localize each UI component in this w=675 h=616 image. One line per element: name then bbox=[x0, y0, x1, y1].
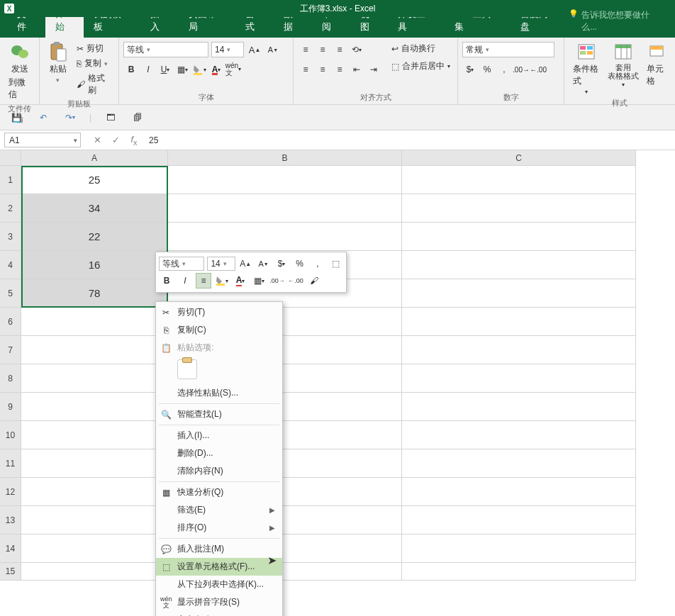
increase-indent-button[interactable]: ⇥ bbox=[366, 62, 381, 77]
paste-button[interactable]: 粘贴 ▾ bbox=[44, 40, 72, 85]
font-size-combo[interactable]: 14▾ bbox=[211, 42, 244, 57]
select-all-corner[interactable] bbox=[0, 150, 21, 166]
number-format-combo[interactable]: 常规▾ bbox=[462, 42, 554, 57]
cell-b1[interactable] bbox=[168, 166, 402, 194]
row-header-13[interactable]: 13 bbox=[0, 506, 21, 534]
row-header-5[interactable]: 5 bbox=[0, 279, 21, 308]
cell-a10[interactable] bbox=[21, 421, 168, 449]
cell-a6[interactable] bbox=[21, 308, 168, 336]
cell-a13[interactable] bbox=[21, 506, 168, 534]
cell-c9[interactable] bbox=[402, 393, 636, 421]
cm-sort[interactable]: 排序(O)▶ bbox=[156, 519, 282, 537]
cm-format-cells[interactable]: ⬚设置单元格格式(F)... bbox=[156, 558, 282, 576]
cm-dropdown-pick[interactable]: 从下拉列表中选择(K)... bbox=[156, 576, 282, 581]
qat-btn1[interactable]: 🗔 bbox=[103, 110, 118, 125]
cell-c7[interactable] bbox=[402, 336, 636, 364]
cell-a9[interactable] bbox=[21, 393, 168, 421]
cm-delete[interactable]: 删除(D)... bbox=[156, 444, 282, 462]
qat-btn2[interactable]: 🗐 bbox=[130, 110, 145, 125]
mini-italic[interactable]: I bbox=[177, 273, 193, 289]
align-right-button[interactable]: ≡ bbox=[332, 62, 347, 77]
mini-format-painter[interactable]: 🖌 bbox=[306, 273, 322, 289]
align-left-button[interactable]: ≡ bbox=[298, 62, 313, 77]
row-header-15[interactable]: 15 bbox=[0, 563, 21, 581]
mini-border[interactable]: ▦▾ bbox=[251, 273, 267, 289]
cm-smart-lookup[interactable]: 🔍智能查找(L) bbox=[156, 405, 282, 423]
mini-format-cells-icon[interactable]: ⬚ bbox=[328, 256, 343, 271]
cell-a1[interactable]: 25 bbox=[21, 166, 168, 194]
cell-c15[interactable] bbox=[402, 563, 636, 581]
row-header-11[interactable]: 11 bbox=[0, 449, 21, 478]
decrease-indent-button[interactable]: ⇤ bbox=[349, 62, 364, 77]
cut-button[interactable]: ✂ 剪切 bbox=[75, 42, 114, 55]
cell-c5[interactable] bbox=[402, 279, 636, 308]
cell-c1[interactable] bbox=[402, 166, 636, 194]
align-middle-button[interactable]: ≡ bbox=[315, 42, 330, 57]
mini-size-combo[interactable]: 14▾ bbox=[207, 257, 235, 271]
cell-b3[interactable] bbox=[168, 223, 402, 251]
row-header-2[interactable]: 2 bbox=[0, 194, 21, 223]
fx-button[interactable]: fx bbox=[125, 134, 143, 147]
underline-button[interactable]: U▾ bbox=[157, 62, 173, 77]
cell-c8[interactable] bbox=[402, 364, 636, 393]
font-color-button[interactable]: A▾ bbox=[208, 62, 224, 77]
row-header-6[interactable]: 6 bbox=[0, 308, 21, 336]
cell-a8[interactable] bbox=[21, 364, 168, 393]
formula-input[interactable]: 25 bbox=[143, 135, 675, 145]
align-bottom-button[interactable]: ≡ bbox=[332, 42, 347, 57]
row-header-1[interactable]: 1 bbox=[0, 166, 21, 194]
decrease-font-button[interactable]: A▼ bbox=[265, 42, 281, 57]
col-header-c[interactable]: C bbox=[402, 150, 636, 166]
send-to-wechat-button[interactable]: 发送 到微信 bbox=[4, 40, 35, 102]
mini-fill-color[interactable]: ▾ bbox=[214, 273, 230, 289]
cell-a11[interactable] bbox=[21, 449, 168, 478]
comma-button[interactable]: , bbox=[496, 62, 512, 77]
cell-c11[interactable] bbox=[402, 449, 636, 478]
save-button[interactable]: 💾 bbox=[9, 110, 24, 125]
cell-a5[interactable]: 78 bbox=[21, 279, 168, 308]
cm-clear[interactable]: 清除内容(N) bbox=[156, 462, 282, 480]
mini-font-color[interactable]: A▾ bbox=[233, 273, 248, 289]
cell-a3[interactable]: 22 bbox=[21, 223, 168, 251]
cell-c12[interactable] bbox=[402, 478, 636, 506]
cell-a7[interactable] bbox=[21, 336, 168, 364]
tell-me-box[interactable]: 告诉我您想要做什么... bbox=[567, 5, 675, 38]
cell-c2[interactable] bbox=[402, 194, 636, 223]
conditional-formatting-button[interactable]: 条件格式▾ bbox=[569, 40, 604, 96]
font-name-combo[interactable]: 等线▾ bbox=[123, 42, 208, 57]
format-as-table-button[interactable]: 套用 表格格式▾ bbox=[607, 40, 640, 89]
mini-font-combo[interactable]: 等线▾ bbox=[159, 257, 204, 271]
cm-quick-analysis[interactable]: ▦快速分析(Q) bbox=[156, 483, 282, 501]
worksheet-grid[interactable]: A B C 1 25 2 34 3 22 4 16 5 78 6 7 8 9 1… bbox=[0, 150, 675, 581]
mini-decrease-decimal[interactable]: ←.00 bbox=[288, 273, 303, 289]
row-header-8[interactable]: 8 bbox=[0, 364, 21, 393]
copy-button[interactable]: ⎘ 复制 ▾ bbox=[75, 57, 114, 70]
bold-button[interactable]: B bbox=[123, 62, 139, 77]
currency-button[interactable]: $▾ bbox=[462, 62, 478, 77]
border-button[interactable]: ▦▾ bbox=[174, 62, 190, 77]
mini-increase-decimal[interactable]: .00→ bbox=[269, 273, 285, 289]
decrease-decimal-button[interactable]: ←.00 bbox=[530, 62, 546, 77]
mini-comma[interactable]: , bbox=[310, 256, 325, 271]
merge-center-button[interactable]: ⬚ 合并后居中 ▾ bbox=[390, 60, 452, 73]
cm-filter[interactable]: 筛选(E)▶ bbox=[156, 501, 282, 519]
row-header-14[interactable]: 14 bbox=[0, 534, 21, 563]
row-header-9[interactable]: 9 bbox=[0, 393, 21, 421]
fill-color-button[interactable]: ▾ bbox=[191, 62, 207, 77]
cell-c6[interactable] bbox=[402, 308, 636, 336]
row-header-4[interactable]: 4 bbox=[0, 251, 21, 279]
cell-c10[interactable] bbox=[402, 421, 636, 449]
cell-a4[interactable]: 16 bbox=[21, 251, 168, 279]
increase-font-button[interactable]: A▲ bbox=[247, 42, 262, 57]
mini-decrease-font[interactable]: A▼ bbox=[256, 256, 271, 271]
row-header-10[interactable]: 10 bbox=[0, 421, 21, 449]
cell-c3[interactable] bbox=[402, 223, 636, 251]
cm-copy[interactable]: ⎘复制(C) bbox=[156, 321, 282, 339]
cm-paste-special[interactable]: 选择性粘贴(S)... bbox=[156, 384, 282, 402]
col-header-b[interactable]: B bbox=[168, 150, 402, 166]
cell-a12[interactable] bbox=[21, 478, 168, 506]
align-center-button[interactable]: ≡ bbox=[315, 62, 330, 77]
undo-button[interactable]: ↶ bbox=[35, 110, 51, 125]
row-header-12[interactable]: 12 bbox=[0, 478, 21, 506]
cell-b2[interactable] bbox=[168, 194, 402, 223]
